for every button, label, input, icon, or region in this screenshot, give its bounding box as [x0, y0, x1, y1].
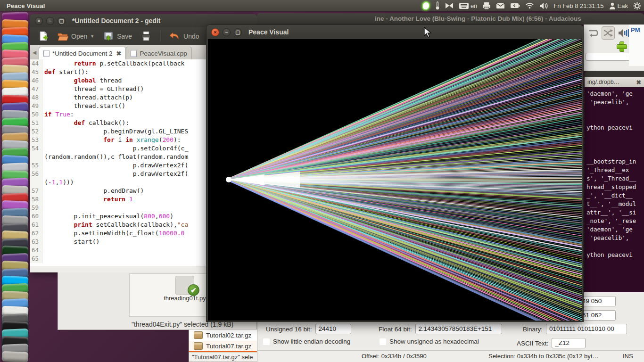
- dropbox-icon[interactable]: [445, 2, 454, 9]
- python-file-icon: ✔: [175, 276, 194, 295]
- archive-icon: [194, 331, 203, 339]
- active-app-title: Peace Visual: [7, 2, 45, 9]
- hex-partial-field-top[interactable]: 49 050: [579, 296, 616, 306]
- touchegg-icon[interactable]: [422, 1, 430, 10]
- unsigned16-label: Unsigned 16 bit:: [266, 326, 312, 333]
- keyboard-layout-label[interactable]: en: [471, 2, 477, 9]
- print-button[interactable]: [138, 29, 154, 43]
- opengl-visualization[interactable]: [208, 39, 582, 321]
- terminal-titlebar[interactable]: [585, 71, 644, 77]
- audacious-field[interactable]: [586, 53, 633, 61]
- document-icon: [131, 50, 137, 57]
- hex-editor-statusbar: Offset: 0x334b / 0x3590 Selection: 0x334…: [257, 350, 644, 362]
- shuffle-button[interactable]: [602, 26, 615, 40]
- little-endian-checkbox[interactable]: [263, 338, 270, 345]
- tab-label: PeaceVisual.cpp: [140, 50, 187, 57]
- undo-button[interactable]: Undo: [166, 30, 201, 43]
- dock-item-laptop-gray[interactable]: [2, 351, 29, 362]
- launcher-dock: [0, 11, 30, 362]
- close-button[interactable]: ×: [35, 17, 43, 25]
- maximize-button[interactable]: ▢: [58, 17, 66, 25]
- float64-label: Float 64 bit:: [379, 326, 412, 333]
- ascii-field[interactable]: _Z12: [552, 338, 586, 348]
- thermometer-icon[interactable]: [435, 1, 440, 10]
- sound-icon[interactable]: [539, 2, 548, 9]
- wifi-icon[interactable]: [525, 2, 534, 9]
- file-label: threading01t.py: [159, 295, 211, 302]
- undo-label: Undo: [183, 33, 199, 40]
- keyboard-icon[interactable]: [459, 2, 469, 9]
- session-gear-icon[interactable]: [633, 2, 641, 10]
- shuffle-icon: [603, 29, 613, 37]
- open-dropdown-caret[interactable]: ▼: [90, 34, 94, 39]
- pm-label: PM: [631, 26, 640, 33]
- ascii-label: ASCII Text:: [517, 340, 548, 347]
- minimize-button[interactable]: –: [46, 17, 54, 25]
- printer-icon[interactable]: [482, 2, 491, 10]
- sync-check-icon: ✔: [188, 284, 199, 296]
- unsigned16-field[interactable]: 24410: [315, 324, 351, 334]
- file-threading01t[interactable]: ✔ threading01t.py: [159, 276, 211, 302]
- insert-mode-status: INS: [623, 353, 633, 360]
- archive-list-window: Tutorial02.tar.gz Tutorial07.tar.gz "Tut…: [189, 329, 258, 362]
- tab-label: *Untitled Document 2: [52, 50, 113, 57]
- hex-editor-panel: Unsigned 16 bit: 24410 Float 64 bit: 2.1…: [257, 322, 644, 362]
- tab-scroll-left[interactable]: ◀: [30, 45, 39, 59]
- open-folder-icon: [57, 31, 68, 41]
- maximize-button[interactable]: ▢: [234, 28, 242, 36]
- open-label: Open: [71, 33, 87, 40]
- desktop: × – ▢ *Untitled Document 2 - gedit Open …: [0, 0, 644, 362]
- terminal-tab-label: ing/.dropb…: [587, 79, 619, 85]
- terminal-tabbar[interactable]: ing/.dropb… ✖: [585, 77, 644, 87]
- new-document-button[interactable]: [36, 29, 51, 43]
- peace-visual-title: Peace Visual: [248, 28, 289, 36]
- terminal-tab-close-icon[interactable]: ✖: [636, 79, 641, 86]
- mouse-cursor: [423, 27, 433, 38]
- system-tray: en Fri Feb 8 21:31:15 Eak: [422, 0, 641, 11]
- file-label: Tutorial02.tar.gz: [206, 332, 251, 339]
- tab-untitled-document[interactable]: *Untitled Document 2 ✖: [39, 47, 126, 59]
- audacious-titlebar[interactable]: ine - Another Love (Blu-Swing - Platonic…: [257, 13, 644, 25]
- mail-icon[interactable]: [496, 2, 505, 9]
- file-row-tutorial02[interactable]: Tutorial02.tar.gz: [189, 329, 257, 341]
- open-button[interactable]: Open ▼: [55, 30, 97, 43]
- close-button[interactable]: ×: [211, 28, 219, 36]
- tab-close-icon[interactable]: ✖: [116, 50, 122, 57]
- hex-side-panel: 49 050 61 062: [584, 292, 644, 322]
- binary-field[interactable]: 01011111 01011010 00: [546, 324, 627, 334]
- line-fan-graphic: [208, 39, 582, 321]
- archive-list-statusbar: "Tutorial07.tar.gz" sele: [189, 352, 257, 362]
- new-document-icon: [38, 31, 49, 42]
- tab-peacevisual-cpp[interactable]: PeaceVisual.cpp: [126, 47, 191, 59]
- archive-icon: [194, 342, 203, 350]
- unsigned-hex-checkbox[interactable]: [380, 338, 386, 345]
- minimize-button[interactable]: –: [223, 28, 231, 36]
- battery-icon[interactable]: [510, 3, 520, 8]
- save-label: Save: [117, 33, 132, 40]
- float64-field[interactable]: 2.14343057850183E+151: [415, 324, 502, 334]
- background-window-edge: PM: [629, 25, 644, 66]
- top-panel: Peace Visual en Fri Feb 8 21:31:15 Eak: [0, 0, 644, 11]
- audacious-title: ine - Another Love (Blu-Swing - Platonic…: [375, 15, 581, 22]
- file-label: Tutorial07.tar.gz: [206, 343, 251, 350]
- clock-label[interactable]: Fri Feb 8 21:31:15: [553, 2, 603, 9]
- add-button[interactable]: [617, 41, 626, 51]
- peace-visual-titlebar[interactable]: × – ▢ Peace Visual: [206, 25, 583, 39]
- binary-label: Binary:: [523, 326, 543, 333]
- user-menu-label[interactable]: Eak: [618, 2, 628, 9]
- offset-status: Offset: 0x334b / 0x3590: [362, 353, 427, 360]
- user-icon: [609, 2, 616, 9]
- little-endian-label: Show little endian decoding: [273, 338, 350, 345]
- terminal-output[interactable]: 'daemon', 'ge 'peacelib', ython peacevi …: [585, 87, 644, 292]
- print-icon: [140, 31, 152, 42]
- terminal-window: ing/.dropb… ✖ 'daemon', 'ge 'peacelib', …: [584, 71, 644, 292]
- repeat-icon[interactable]: [586, 28, 599, 38]
- file-row-tutorial07[interactable]: Tutorial07.tar.gz: [189, 341, 257, 352]
- save-icon: [103, 31, 114, 42]
- selection-status: Selection: 0x334b to 0x335c (0x12 byt…: [488, 353, 598, 360]
- hex-partial-field-bottom[interactable]: 61 062: [579, 310, 616, 321]
- volume-icon[interactable]: [618, 28, 629, 38]
- gedit-window-title: *Untitled Document 2 - gedit: [72, 17, 160, 25]
- undo-icon: [168, 31, 181, 41]
- save-button[interactable]: Save: [100, 29, 134, 43]
